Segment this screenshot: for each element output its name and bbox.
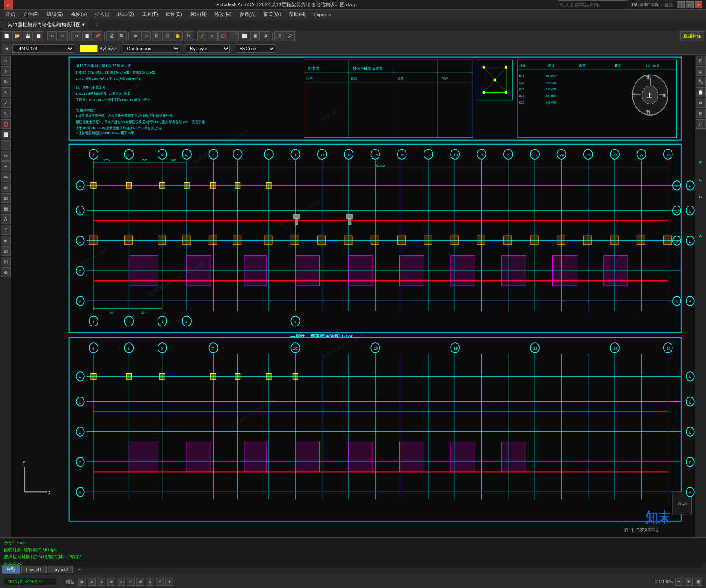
match-prop-button[interactable]: 🖊 (285, 31, 295, 41)
new-tab-button[interactable]: + (92, 20, 103, 30)
zoom-all-button[interactable]: ⊞ (152, 31, 161, 41)
open-button[interactable]: 📂 (12, 31, 22, 41)
command-input[interactable] (23, 562, 702, 567)
sign-in-button[interactable]: 登录 (665, 2, 673, 8)
zoom-out-button[interactable]: ⊖ (141, 31, 151, 41)
menu-express[interactable]: Express (310, 11, 334, 18)
menu-file[interactable]: 文件(F) (19, 10, 42, 19)
layer-dropdown[interactable]: DIMN-100 (12, 44, 74, 53)
properties-button[interactable]: ⊡ (274, 31, 284, 41)
rt-sheetset[interactable]: 📋 (696, 87, 706, 97)
linetype-dropdown[interactable]: Continuous (123, 44, 180, 53)
rt-markup[interactable]: ✏ (696, 98, 706, 108)
menu-tools[interactable]: 工具(T) (139, 10, 161, 19)
direct-label-button[interactable]: 直接标注 (680, 31, 704, 41)
menu-window[interactable]: 窗口(W) (260, 10, 285, 19)
redo-button[interactable]: ↪ (58, 31, 68, 41)
lt-xref[interactable]: ⊗ (1, 267, 11, 277)
lt-hatch[interactable]: ▦ (1, 204, 11, 213)
ortho-toggle[interactable]: ⊥ (98, 578, 105, 586)
circle-button[interactable]: ⭕ (218, 31, 228, 41)
layout-tab-2[interactable]: Layout2 (48, 566, 73, 573)
color-box[interactable] (80, 45, 98, 52)
search-input[interactable] (558, 0, 628, 9)
drawing-area[interactable]: www.zhzmo.com 知末网www.zhzmo.com www.zhzmo… (11, 55, 695, 537)
rt-properties[interactable]: ⊡ (696, 56, 706, 65)
lt-mirror[interactable]: ⇔ (1, 172, 11, 182)
arc-button[interactable]: ⌒ (229, 31, 239, 41)
lt-arc[interactable]: ⌒ (1, 140, 11, 150)
cut-button[interactable]: ✂ (71, 31, 81, 41)
undo-button[interactable]: ↩ (47, 31, 57, 41)
close-button[interactable]: ✕ (695, 1, 702, 8)
zoom-fit-status[interactable]: ⊞ (695, 578, 702, 586)
save-button[interactable]: 💾 (23, 31, 33, 41)
menu-edit[interactable]: 编辑(E) (43, 10, 67, 19)
copy-button[interactable]: 📋 (82, 31, 92, 41)
drawing-tab[interactable]: 某11层框架剪力墙住宅结构设计图▼ (2, 20, 91, 30)
menu-modify[interactable]: 修改(M) (211, 10, 235, 19)
rt-design[interactable]: 🔧 (696, 77, 706, 86)
menu-help[interactable]: 帮助(H) (285, 10, 309, 19)
menu-draw[interactable]: 绘图(D) (162, 10, 186, 19)
layer-prev-button[interactable]: ◀ (2, 44, 11, 53)
dynucs-toggle[interactable]: ⊠ (136, 578, 144, 586)
lt-line[interactable]: ╱ (1, 98, 11, 108)
rect-button[interactable]: ⬜ (240, 31, 249, 41)
lt-select[interactable]: ↖ (1, 56, 11, 65)
zoom-in-status[interactable]: + (685, 578, 693, 586)
transp-toggle[interactable]: ◈ (165, 578, 173, 586)
minimize-button[interactable]: ─ (677, 1, 685, 8)
line-button[interactable]: ╱ (197, 31, 207, 41)
orbit-button[interactable]: ↻ (184, 31, 193, 41)
osnap-toggle[interactable]: ⊙ (117, 578, 125, 586)
lt-insert[interactable]: ⊞ (1, 257, 11, 266)
menu-param[interactable]: 参数(A) (236, 10, 259, 19)
zoom-out-status[interactable]: − (675, 578, 683, 586)
saveas-button[interactable]: 📋 (34, 31, 43, 41)
plotstyle-dropdown[interactable]: ByColor (236, 44, 275, 53)
lt-layer[interactable]: ≡ (1, 236, 11, 245)
paste-button[interactable]: 📌 (93, 31, 102, 41)
lt-rect[interactable]: ⬜ (1, 130, 11, 139)
add-layout-button[interactable]: + (74, 565, 84, 574)
snap-toggle[interactable]: ⊕ (88, 578, 96, 586)
grid-toggle[interactable]: ▦ (78, 578, 86, 586)
text-button[interactable]: A (261, 31, 270, 41)
lineweight-dropdown[interactable]: ByLayer (186, 44, 230, 53)
lt-move[interactable]: ✛ (1, 66, 11, 76)
zoom-window-button[interactable]: ⊟ (162, 31, 172, 41)
lt-trim[interactable]: ✂ (1, 151, 11, 161)
lt-scale[interactable]: ⤡ (1, 87, 11, 97)
menu-format[interactable]: 格式(O) (114, 10, 138, 19)
rt-toolpalettes[interactable]: ▤ (696, 66, 706, 76)
menu-start[interactable]: 开始 (2, 10, 19, 19)
pan-button[interactable]: ✋ (173, 31, 183, 41)
menu-view[interactable]: 视图(V) (68, 10, 91, 19)
lt-offset[interactable]: ⊕ (1, 183, 11, 192)
dynin-toggle[interactable]: ⊡ (146, 578, 154, 586)
lt-array[interactable]: ⊞ (1, 193, 11, 203)
lt-pline[interactable]: ∿ (1, 109, 11, 118)
rt-nav-bar[interactable]: ⊞ (696, 109, 706, 118)
lt-text[interactable]: A (1, 214, 11, 224)
lt-circle[interactable]: ⭕ (1, 119, 11, 129)
lt-block[interactable]: ⊡ (1, 246, 11, 256)
preview-button[interactable]: 🔍 (117, 31, 127, 41)
polar-toggle[interactable]: ⊛ (107, 578, 115, 586)
hatch-button[interactable]: ▦ (250, 31, 260, 41)
lt-rotate[interactable]: ↻ (1, 77, 11, 86)
lt-dim[interactable]: ⌶ (1, 225, 11, 235)
zoom-in-button[interactable]: ⊕ (131, 31, 140, 41)
layout-tab-1[interactable]: Layout1 (21, 566, 47, 573)
lt-extend[interactable]: ⊣ (1, 161, 11, 171)
menu-insert[interactable]: 插入(I) (91, 10, 113, 19)
print-button[interactable]: 🖨 (106, 31, 116, 41)
otrack-toggle[interactable]: ∞ (127, 578, 135, 586)
polyline-button[interactable]: ∿ (208, 31, 218, 41)
menu-dimension[interactable]: 标注(N) (187, 10, 210, 19)
lweight-toggle[interactable]: ≡ (156, 578, 164, 586)
maximize-button[interactable]: □ (686, 1, 694, 8)
rt-view-cube[interactable]: ⬡ (696, 119, 706, 129)
layout-tab-model[interactable]: 模型 (2, 565, 20, 574)
